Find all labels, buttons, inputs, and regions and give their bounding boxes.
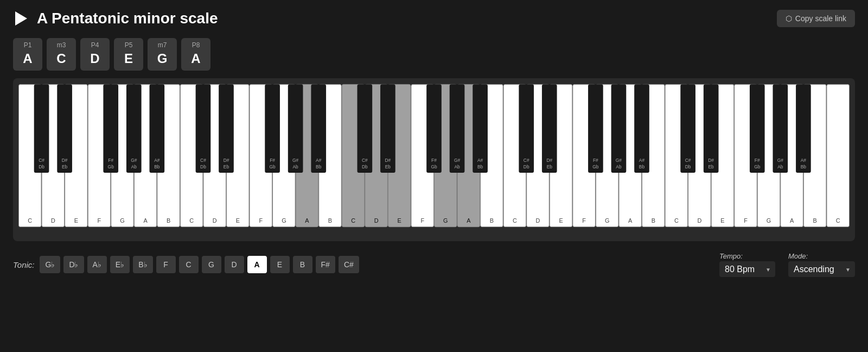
svg-text:C#: C#	[685, 158, 691, 163]
svg-text:D: D	[374, 217, 379, 224]
tonic-btn-db[interactable]: D♭	[63, 256, 84, 273]
interval-label-2: P4	[87, 41, 103, 49]
svg-text:G#: G#	[454, 158, 461, 163]
tonic-btn-e[interactable]: E	[270, 256, 290, 273]
tempo-select-wrapper[interactable]: 80 Bpm 60 Bpm 100 Bpm 120 Bpm	[719, 261, 775, 277]
tonic-btn-f[interactable]: F	[156, 256, 176, 273]
controls-right: Tempo: 80 Bpm 60 Bpm 100 Bpm 120 Bpm Mod…	[719, 252, 855, 277]
tonic-btn-c[interactable]: C	[179, 256, 199, 273]
svg-text:Ab: Ab	[131, 164, 137, 169]
svg-text:F#: F#	[108, 158, 113, 163]
note-name-5: A	[188, 51, 204, 66]
svg-text:A: A	[305, 217, 309, 224]
page-title: A Pentatonic minor scale	[37, 10, 218, 27]
svg-text:B: B	[167, 217, 170, 224]
piano-container: CDEFGABCDEFGABCDEFGABCDEFGABCDEFGABCC#Db…	[0, 78, 868, 241]
svg-text:G: G	[605, 217, 609, 224]
svg-text:Bb: Bb	[801, 164, 807, 169]
svg-text:D#: D#	[224, 158, 229, 163]
svg-text:Eb: Eb	[709, 164, 714, 169]
svg-text:C#: C#	[362, 158, 368, 163]
svg-text:C#: C#	[524, 158, 529, 163]
svg-text:F#: F#	[270, 158, 275, 163]
svg-text:A#: A#	[639, 158, 645, 163]
interval-label-1: m3	[53, 41, 69, 49]
note-card-4[interactable]: m7 G	[148, 38, 177, 71]
tonic-btn-bb[interactable]: B♭	[133, 256, 152, 273]
svg-text:Db: Db	[524, 164, 529, 169]
note-card-0[interactable]: P1 A	[13, 38, 42, 71]
tonic-btn-fs[interactable]: F#	[316, 256, 335, 273]
tempo-select[interactable]: 80 Bpm 60 Bpm 100 Bpm 120 Bpm	[719, 261, 775, 277]
svg-text:Bb: Bb	[639, 164, 645, 169]
svg-text:D: D	[697, 217, 701, 224]
interval-label-3: P5	[120, 41, 137, 49]
svg-text:C: C	[513, 217, 517, 224]
svg-text:G: G	[443, 217, 448, 224]
note-card-3[interactable]: P5 E	[114, 38, 143, 71]
svg-text:D#: D#	[385, 158, 391, 163]
svg-text:A: A	[790, 217, 794, 224]
svg-text:G#: G#	[292, 158, 299, 163]
title-area: A Pentatonic minor scale	[13, 10, 218, 27]
note-name-4: G	[154, 51, 170, 66]
scale-notes: P1 A m3 C P4 D P5 E m7 G P8 A	[0, 33, 868, 78]
tonic-btn-d[interactable]: D	[225, 256, 244, 273]
svg-text:G: G	[120, 217, 124, 224]
mode-select[interactable]: Ascending Descending Both	[788, 261, 855, 277]
svg-text:C: C	[674, 217, 679, 224]
mode-label: Mode:	[788, 252, 808, 260]
svg-text:Bb: Bb	[154, 164, 160, 169]
header: A Pentatonic minor scale ⬡ Copy scale li…	[0, 0, 868, 33]
svg-text:G: G	[282, 217, 286, 224]
tonic-btn-cs[interactable]: C#	[339, 256, 359, 273]
svg-text:A#: A#	[477, 158, 483, 163]
svg-text:C#: C#	[39, 158, 44, 163]
svg-rect-71	[827, 84, 850, 227]
copy-link-button[interactable]: ⬡ Copy scale link	[777, 10, 855, 27]
play-icon	[15, 11, 27, 26]
svg-text:F: F	[744, 217, 748, 224]
svg-text:Eb: Eb	[224, 164, 229, 169]
note-name-3: E	[120, 51, 137, 66]
svg-text:F: F	[582, 217, 586, 224]
note-card-5[interactable]: P8 A	[181, 38, 210, 71]
note-name-1: C	[53, 51, 69, 66]
svg-text:Ab: Ab	[293, 164, 299, 169]
svg-text:G: G	[767, 217, 771, 224]
svg-text:A: A	[143, 217, 148, 224]
tonic-btn-ab[interactable]: A♭	[87, 256, 107, 273]
share-icon: ⬡	[786, 14, 792, 23]
note-name-2: D	[87, 51, 103, 66]
svg-text:D: D	[51, 217, 55, 224]
tonic-label: Tonic:	[13, 260, 34, 269]
svg-text:Bb: Bb	[316, 164, 322, 169]
svg-text:A: A	[467, 217, 471, 224]
tonic-btn-a[interactable]: A	[247, 256, 267, 273]
note-name-0: A	[20, 51, 36, 66]
play-button[interactable]	[13, 10, 29, 27]
svg-text:Gb: Gb	[431, 164, 437, 169]
svg-text:Ab: Ab	[777, 164, 783, 169]
svg-text:F#: F#	[431, 158, 437, 163]
svg-text:Eb: Eb	[547, 164, 553, 169]
svg-text:A: A	[628, 217, 633, 224]
mode-select-wrapper[interactable]: Ascending Descending Both	[788, 261, 855, 277]
tonic-btn-eb[interactable]: E♭	[110, 256, 130, 273]
svg-text:E: E	[720, 217, 724, 224]
svg-text:D: D	[213, 217, 217, 224]
note-card-2[interactable]: P4 D	[80, 38, 110, 71]
svg-text:Ab: Ab	[454, 164, 460, 169]
tonic-btn-g[interactable]: G	[202, 256, 221, 273]
svg-text:Gb: Gb	[592, 164, 599, 169]
svg-text:Bb: Bb	[477, 164, 483, 169]
tonic-btn-b[interactable]: B	[293, 256, 312, 273]
svg-text:A#: A#	[801, 158, 807, 163]
tonic-btn-gb[interactable]: G♭	[40, 256, 60, 273]
svg-text:A#: A#	[316, 158, 322, 163]
tempo-label: Tempo:	[719, 252, 743, 260]
svg-text:F#: F#	[755, 158, 760, 163]
svg-text:B: B	[652, 217, 655, 224]
svg-text:D#: D#	[546, 158, 552, 163]
note-card-1[interactable]: m3 C	[47, 38, 76, 71]
